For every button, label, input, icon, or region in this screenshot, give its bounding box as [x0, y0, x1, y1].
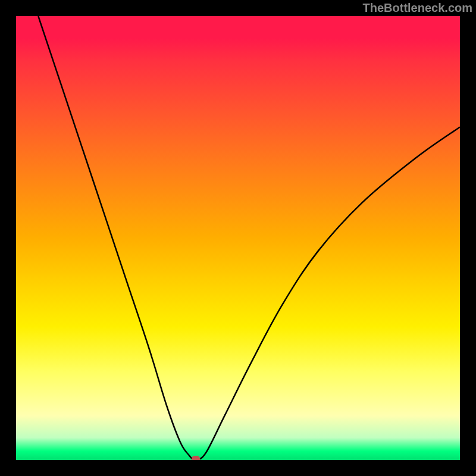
bottleneck-curve — [38, 16, 460, 460]
marker-dot — [192, 456, 200, 460]
watermark-text: TheBottleneck.com — [363, 1, 472, 15]
curve-svg — [16, 16, 460, 460]
chart-container: TheBottleneck.com — [0, 0, 476, 476]
plot-area — [16, 16, 460, 460]
